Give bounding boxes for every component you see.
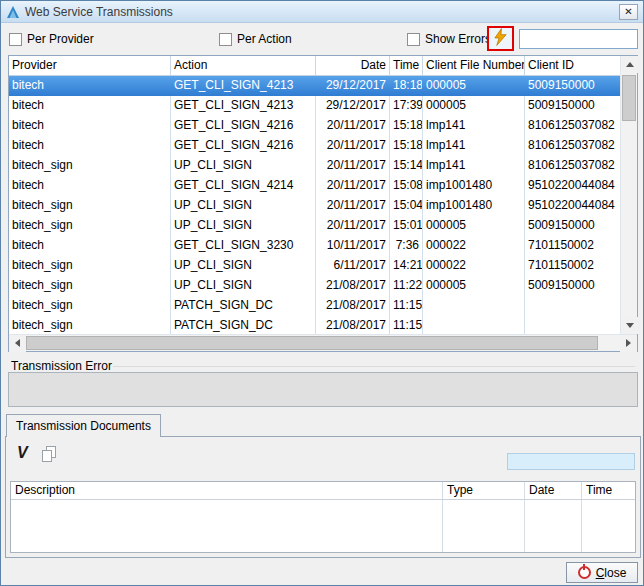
cell: UP_CLI_SIGN xyxy=(171,276,316,296)
column-header-action[interactable]: Action xyxy=(171,56,316,75)
cell: GET_CLI_SIGN_4213 xyxy=(171,96,316,116)
cell: 8106125037082 xyxy=(525,116,620,136)
cell: bitech xyxy=(9,116,171,136)
scroll-down-button[interactable] xyxy=(621,317,638,334)
group-divider xyxy=(113,366,635,367)
table-row[interactable]: bitech_signPATCH_SIGN_DC21/08/201711:15 xyxy=(9,316,620,334)
scroll-up-button[interactable] xyxy=(621,56,638,73)
validate-button[interactable]: V xyxy=(17,444,28,462)
cell: 29/12/2017 xyxy=(316,96,390,116)
documents-filter-input[interactable] xyxy=(507,453,635,470)
window-close-button[interactable]: ✕ xyxy=(619,4,638,20)
column-header-client-id[interactable]: Client ID xyxy=(525,56,620,75)
cell: GET_CLI_SIGN_4216 xyxy=(171,116,316,136)
table-row[interactable]: bitech_signUP_CLI_SIGN6/11/201714:210000… xyxy=(9,256,620,276)
cell: 20/11/2017 xyxy=(316,216,390,236)
scroll-right-icon xyxy=(626,339,631,347)
cell: bitech_sign xyxy=(9,276,171,296)
table-row[interactable]: bitech_signUP_CLI_SIGN20/11/201715:04imp… xyxy=(9,196,620,216)
table-row[interactable]: bitechGET_CLI_SIGN_421420/11/201715:08im… xyxy=(9,176,620,196)
close-icon: ✕ xyxy=(624,6,632,17)
column-header-client-file-number[interactable]: Client File Number xyxy=(423,56,525,75)
checkbox-label: Per Provider xyxy=(27,32,94,46)
cell xyxy=(525,316,620,334)
checkbox-label: Per Action xyxy=(237,32,292,46)
app-icon xyxy=(6,5,20,19)
cell: bitech xyxy=(9,96,171,116)
cell: 18:18 xyxy=(390,76,423,96)
cell: 7:36 xyxy=(390,236,423,256)
cell: 21/08/2017 xyxy=(316,276,390,296)
cell: 15:08 xyxy=(390,176,423,196)
refresh-button[interactable] xyxy=(487,26,514,51)
checkbox-label: Show Errors xyxy=(425,32,491,46)
column-header-type[interactable]: Type xyxy=(443,482,525,499)
cell: bitech xyxy=(9,176,171,196)
cell: 20/11/2017 xyxy=(316,196,390,216)
cell: 29/12/2017 xyxy=(316,76,390,96)
column-header-description[interactable]: Description xyxy=(11,482,443,499)
cell xyxy=(423,296,525,316)
table-row[interactable]: bitech_signUP_CLI_SIGN21/08/201711:22000… xyxy=(9,276,620,296)
cell: 15:18 xyxy=(390,136,423,156)
scroll-left-icon xyxy=(15,339,20,347)
checkbox-per-action[interactable]: Per Action xyxy=(219,32,292,46)
column-header-time[interactable]: Time xyxy=(582,482,635,499)
cell: lmp141 xyxy=(423,156,525,176)
checkbox-box[interactable] xyxy=(407,33,420,46)
column-header-time[interactable]: Time xyxy=(390,56,423,75)
titlebar[interactable]: Web Service Transmissions ✕ xyxy=(1,1,643,23)
cell: bitech_sign xyxy=(9,316,171,334)
empty-column xyxy=(443,500,525,552)
table-row[interactable]: bitechGET_CLI_SIGN_421620/11/201715:18lm… xyxy=(9,116,620,136)
transmissions-grid: Provider Action Date Time Client File Nu… xyxy=(8,55,638,352)
cell: 21/08/2017 xyxy=(316,316,390,334)
cell: GET_CLI_SIGN_4216 xyxy=(171,136,316,156)
cell: 11:22 xyxy=(390,276,423,296)
cell: bitech_sign xyxy=(9,196,171,216)
horizontal-scroll-thumb[interactable] xyxy=(26,336,598,350)
horizontal-scrollbar[interactable] xyxy=(9,334,637,351)
table-row[interactable]: bitech_signUP_CLI_SIGN20/11/201715:01000… xyxy=(9,216,620,236)
table-row[interactable]: bitechGET_CLI_SIGN_421329/12/201718:1800… xyxy=(9,76,620,96)
table-row[interactable]: bitechGET_CLI_SIGN_421620/11/201715:18lm… xyxy=(9,136,620,156)
cell: 10/11/2017 xyxy=(316,236,390,256)
documents-table-header: Description Type Date Time xyxy=(11,482,635,500)
checkbox-box[interactable] xyxy=(9,33,22,46)
scroll-right-button[interactable] xyxy=(620,335,637,352)
cell: GET_CLI_SIGN_3230 xyxy=(171,236,316,256)
column-header-provider[interactable]: Provider xyxy=(9,56,171,75)
transmissions-search-input[interactable] xyxy=(519,29,638,49)
vertical-scrollbar[interactable] xyxy=(620,56,637,334)
table-row[interactable]: bitechGET_CLI_SIGN_323010/11/20177:36000… xyxy=(9,236,620,256)
documents-table-body xyxy=(11,500,635,552)
cell: UP_CLI_SIGN xyxy=(171,216,316,236)
cell: 000022 xyxy=(423,236,525,256)
column-header-date[interactable]: Date xyxy=(316,56,390,75)
cell: UP_CLI_SIGN xyxy=(171,156,316,176)
table-row[interactable]: bitechGET_CLI_SIGN_421329/12/201717:3900… xyxy=(9,96,620,116)
cell: 15:18 xyxy=(390,116,423,136)
tab-transmission-documents[interactable]: Transmission Documents xyxy=(6,414,161,437)
cell: 11:15 xyxy=(390,296,423,316)
transmission-error-label: Transmission Error xyxy=(11,359,112,373)
cell: 000005 xyxy=(423,216,525,236)
cell: 20/11/2017 xyxy=(316,136,390,156)
checkbox-per-provider[interactable]: Per Provider xyxy=(9,32,94,46)
empty-column xyxy=(582,500,635,552)
close-button[interactable]: Close xyxy=(566,562,638,583)
cell: 6/11/2017 xyxy=(316,256,390,276)
cell: GET_CLI_SIGN_4214 xyxy=(171,176,316,196)
cell: bitech xyxy=(9,136,171,156)
cell: 7101150002 xyxy=(525,236,620,256)
checkbox-box[interactable] xyxy=(219,33,232,46)
empty-column xyxy=(525,500,582,552)
window-title: Web Service Transmissions xyxy=(25,5,173,19)
copy-button[interactable] xyxy=(42,446,58,463)
vertical-scroll-thumb[interactable] xyxy=(622,75,636,121)
checkbox-show-errors[interactable]: Show Errors xyxy=(407,32,491,46)
table-row[interactable]: bitech_signUP_CLI_SIGN20/11/201715:14lmp… xyxy=(9,156,620,176)
scroll-left-button[interactable] xyxy=(9,335,26,352)
column-header-date[interactable]: Date xyxy=(525,482,582,499)
table-row[interactable]: bitech_signPATCH_SIGN_DC21/08/201711:15 xyxy=(9,296,620,316)
